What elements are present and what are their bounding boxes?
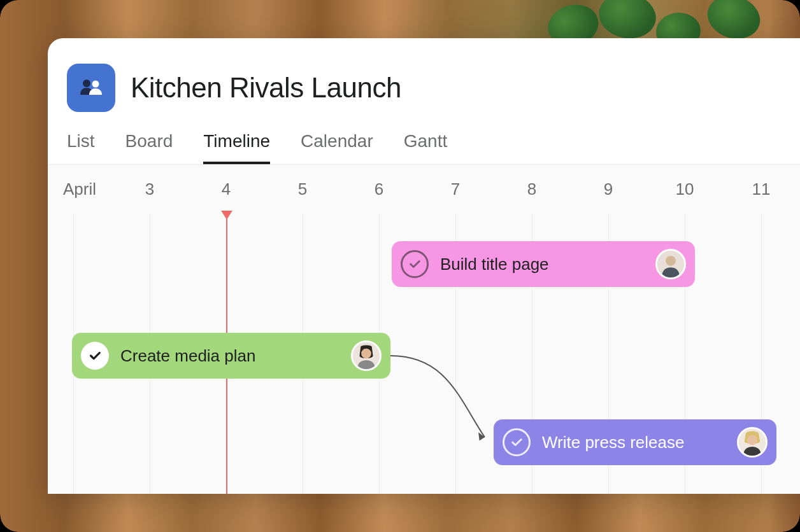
avatar[interactable] xyxy=(655,249,686,279)
check-icon[interactable] xyxy=(503,428,531,456)
tab-timeline[interactable]: Timeline xyxy=(203,131,270,164)
timeline-area: April 3 4 5 6 7 8 9 10 11 xyxy=(48,164,800,494)
svg-point-7 xyxy=(747,435,757,445)
dependency-arrow xyxy=(389,354,504,450)
project-header: Kitchen Rivals Launch xyxy=(48,38,800,112)
task-write-press-release[interactable]: Write press release xyxy=(494,419,776,465)
avatar[interactable] xyxy=(351,340,382,371)
day-4[interactable]: 4 xyxy=(188,165,264,213)
task-create-media-plan[interactable]: Create media plan xyxy=(72,333,390,379)
task-label: Build title page xyxy=(440,255,644,274)
tab-board[interactable]: Board xyxy=(125,131,173,164)
tab-list[interactable]: List xyxy=(67,131,95,164)
svg-point-3 xyxy=(666,256,676,266)
tab-calendar[interactable]: Calendar xyxy=(301,131,373,164)
task-label: Create media plan xyxy=(120,346,339,366)
month-label: April xyxy=(63,179,96,199)
day-7[interactable]: 7 xyxy=(417,165,494,213)
day-8[interactable]: 8 xyxy=(494,165,570,213)
day-3[interactable]: 3 xyxy=(111,165,188,213)
day-11[interactable]: 11 xyxy=(723,165,799,213)
svg-point-5 xyxy=(361,349,371,359)
timeline-grid: Build title page Create media plan xyxy=(48,213,800,494)
avatar[interactable] xyxy=(737,427,768,458)
day-10[interactable]: 10 xyxy=(646,165,723,213)
project-card: Kitchen Rivals Launch List Board Timelin… xyxy=(48,38,800,494)
date-header: April 3 4 5 6 7 8 9 10 11 xyxy=(48,165,800,213)
today-caret-icon xyxy=(221,211,232,220)
people-icon xyxy=(78,78,104,97)
day-5[interactable]: 5 xyxy=(264,165,341,213)
project-title: Kitchen Rivals Launch xyxy=(131,72,401,104)
check-icon[interactable] xyxy=(401,250,429,278)
task-label: Write press release xyxy=(542,433,725,452)
day-6[interactable]: 6 xyxy=(341,165,417,213)
check-icon[interactable] xyxy=(81,342,109,370)
svg-point-1 xyxy=(92,81,99,88)
day-9[interactable]: 9 xyxy=(570,165,646,213)
project-icon[interactable] xyxy=(67,64,115,112)
tab-gantt[interactable]: Gantt xyxy=(404,131,447,164)
svg-point-0 xyxy=(83,80,90,87)
view-tabs: List Board Timeline Calendar Gantt xyxy=(48,131,800,164)
task-build-title-page[interactable]: Build title page xyxy=(392,241,695,287)
